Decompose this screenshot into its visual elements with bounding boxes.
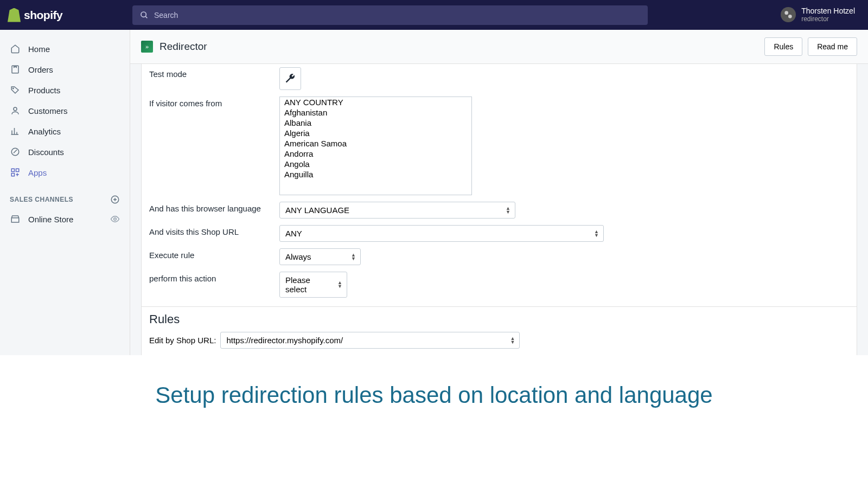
test-mode-button[interactable] xyxy=(279,67,301,90)
country-option[interactable]: Anguilla xyxy=(280,169,471,179)
readme-button[interactable]: Read me xyxy=(808,37,857,56)
person-icon xyxy=(10,105,21,116)
apps-icon xyxy=(10,167,21,178)
sidebar-item-customers[interactable]: Customers xyxy=(0,100,130,121)
search-icon xyxy=(140,11,149,20)
action-select[interactable]: Please select ▲▼ xyxy=(279,272,347,298)
orders-icon xyxy=(10,64,21,75)
topbar: shopify Search Thorsten Hotzel redirecto… xyxy=(0,0,868,30)
chevron-updown-icon: ▲▼ xyxy=(337,281,342,288)
country-option[interactable]: Afghanistan xyxy=(280,107,471,118)
search-placeholder: Search xyxy=(154,11,178,20)
caption: Setup redirection rules based on locatio… xyxy=(0,355,868,435)
avatar xyxy=(781,7,796,22)
main: » Redirector Rules Read me Test mode If … xyxy=(130,30,868,355)
user-role: redirector xyxy=(801,15,855,23)
svg-line-1 xyxy=(145,16,147,18)
nav-label: Orders xyxy=(28,65,53,74)
nav-label: Customers xyxy=(28,106,68,115)
edit-url-select[interactable]: https://redirector.myshopify.com/ ▲▼ xyxy=(220,332,520,349)
sales-channels-header: SALES CHANNELS xyxy=(0,183,130,209)
country-option[interactable]: ANY COUNTRY xyxy=(280,97,471,107)
nav-label: Discounts xyxy=(28,147,64,157)
chevron-updown-icon: ▲▼ xyxy=(506,207,510,214)
svg-point-2 xyxy=(785,11,789,15)
nav-label: Products xyxy=(28,86,60,95)
execute-label: Execute rule xyxy=(149,248,279,260)
logo[interactable]: shopify xyxy=(8,8,132,22)
country-option[interactable]: Angola xyxy=(280,159,471,169)
execute-select[interactable]: Always ▲▼ xyxy=(279,248,361,265)
nav-label: Analytics xyxy=(28,127,61,136)
search-bar[interactable]: Search xyxy=(132,5,648,25)
sidebar-item-online-store[interactable]: Online Store xyxy=(0,209,130,229)
test-mode-label: Test mode xyxy=(149,67,279,79)
sidebar: Home Orders Products Customers Analytics… xyxy=(0,30,130,355)
rules-section: Rules Edit by Shop URL: https://redirect… xyxy=(142,306,857,354)
discount-icon xyxy=(10,146,21,157)
form-content: Test mode If visitor comes from ANY COUN… xyxy=(141,64,857,355)
nav-label: Home xyxy=(28,44,50,54)
tag-icon xyxy=(10,85,21,95)
home-icon xyxy=(10,43,21,54)
sidebar-item-analytics[interactable]: Analytics xyxy=(0,121,130,142)
add-channel-icon[interactable] xyxy=(110,195,120,204)
country-option[interactable]: American Samoa xyxy=(280,138,471,149)
chevron-updown-icon: ▲▼ xyxy=(594,230,599,237)
sidebar-item-apps[interactable]: Apps xyxy=(0,162,130,183)
chevron-updown-icon: ▲▼ xyxy=(510,337,515,344)
browser-lang-label: And has this browser language xyxy=(149,202,279,213)
country-option[interactable]: Algeria xyxy=(280,128,471,138)
section-title: SALES CHANNELS xyxy=(10,196,73,203)
svg-point-20 xyxy=(114,218,117,221)
visitor-from-label: If visitor comes from xyxy=(149,97,279,108)
sidebar-item-products[interactable]: Products xyxy=(0,80,130,100)
svg-rect-12 xyxy=(11,169,14,171)
svg-point-6 xyxy=(14,107,17,111)
brand-name: shopify xyxy=(24,9,62,22)
chevron-updown-icon: ▲▼ xyxy=(351,253,356,261)
svg-point-0 xyxy=(141,12,146,17)
store-icon xyxy=(10,214,21,224)
wrench-icon xyxy=(285,73,296,84)
sidebar-item-orders[interactable]: Orders xyxy=(0,59,130,80)
sidebar-item-home[interactable]: Home xyxy=(0,38,130,59)
sidebar-item-discounts[interactable]: Discounts xyxy=(0,142,130,162)
svg-point-3 xyxy=(788,15,792,18)
nav-label: Apps xyxy=(28,168,47,177)
chart-icon xyxy=(10,126,21,137)
shopify-bag-icon xyxy=(8,8,21,22)
nav-label: Online Store xyxy=(28,215,73,224)
svg-rect-13 xyxy=(16,169,19,171)
shop-url-label: And visits this Shop URL xyxy=(149,225,279,236)
user-menu[interactable]: Thorsten Hotzel redirector xyxy=(781,7,860,23)
page-header: » Redirector Rules Read me xyxy=(130,30,868,64)
svg-point-5 xyxy=(13,88,14,89)
country-option[interactable]: Andorra xyxy=(280,149,471,159)
user-name: Thorsten Hotzel xyxy=(801,7,855,15)
eye-icon[interactable] xyxy=(110,214,120,224)
rules-heading: Rules xyxy=(149,312,849,326)
action-label: perform this action xyxy=(149,272,279,283)
country-listbox[interactable]: ANY COUNTRY Afghanistan Albania Algeria … xyxy=(279,97,472,195)
page-title: Redirector xyxy=(159,41,207,53)
browser-lang-select[interactable]: ANY LANGUAGE ▲▼ xyxy=(279,202,515,219)
app-icon: » xyxy=(141,41,153,53)
rules-button[interactable]: Rules xyxy=(764,37,802,56)
svg-rect-14 xyxy=(11,174,14,176)
shop-url-select[interactable]: ANY ▲▼ xyxy=(279,225,604,242)
country-option[interactable]: Albania xyxy=(280,118,471,128)
edit-url-label: Edit by Shop URL: xyxy=(149,336,216,345)
